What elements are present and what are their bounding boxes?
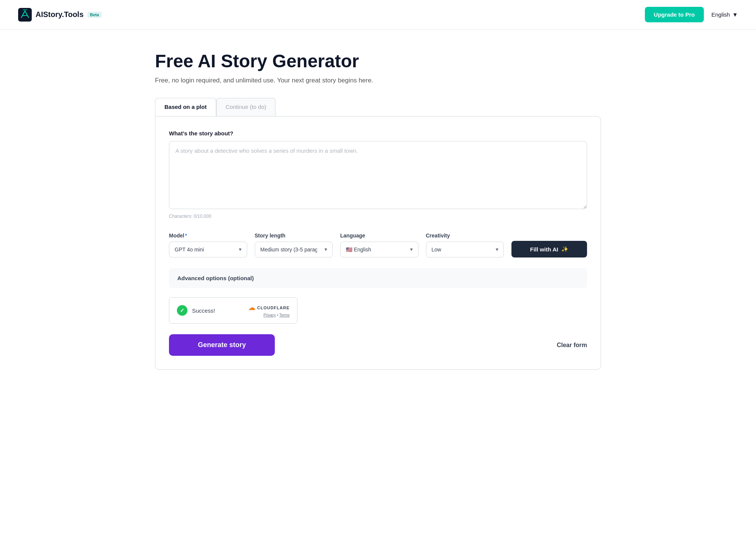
beta-badge: Beta xyxy=(87,12,102,18)
story-textarea[interactable] xyxy=(169,141,587,209)
language-select-wrapper: 🇺🇸 English 🇪🇸 Spanish 🇫🇷 French 🇩🇪 Germa… xyxy=(340,242,418,257)
logo-icon xyxy=(18,8,32,22)
language-group: Language 🇺🇸 English 🇪🇸 Spanish 🇫🇷 French… xyxy=(340,233,418,257)
lang-label: English xyxy=(711,11,730,18)
required-star: * xyxy=(185,233,187,239)
cf-terms-link[interactable]: Terms xyxy=(279,313,290,317)
logo-text: AIStory.Tools xyxy=(36,10,84,19)
creativity-label: Creativity xyxy=(426,233,504,239)
cf-privacy-link[interactable]: Privacy xyxy=(263,313,276,317)
generate-story-button[interactable]: Generate story xyxy=(169,334,275,356)
header: AIStory.Tools Beta Upgrade to Pro Englis… xyxy=(0,0,756,29)
captcha-success-icon: ✓ xyxy=(177,305,187,316)
fill-ai-label: Fill with AI xyxy=(530,246,558,253)
model-group: Model* GPT 4o mini GPT 4o GPT 3.5 turbo … xyxy=(169,233,247,257)
char-count: Characters: 0/10,000 xyxy=(169,214,587,219)
upgrade-button[interactable]: Upgrade to Pro xyxy=(645,7,704,22)
controls-row: Model* GPT 4o mini GPT 4o GPT 3.5 turbo … xyxy=(169,230,587,257)
creativity-group: Creativity Low Medium High ▼ xyxy=(426,233,504,257)
fill-ai-button[interactable]: Fill with AI ✨ xyxy=(511,241,587,257)
main-content: Free AI Story Generator Free, no login r… xyxy=(140,29,616,392)
form-card: What's the story about? Characters: 0/10… xyxy=(155,116,601,370)
captcha-left: ✓ Success! xyxy=(177,305,215,316)
model-select-wrapper: GPT 4o mini GPT 4o GPT 3.5 turbo ▼ xyxy=(169,242,247,257)
cf-separator: • xyxy=(277,313,279,317)
fill-ai-icon: ✨ xyxy=(561,246,569,253)
tab-plot[interactable]: Based on a plot xyxy=(155,98,216,116)
page-title: Free AI Story Generator xyxy=(155,51,601,71)
language-label: Language xyxy=(340,233,418,239)
tabs-row: Based on a plot Continue (to do) xyxy=(155,98,601,116)
advanced-options[interactable]: Advanced options (optional) xyxy=(169,268,587,288)
story-field-label: What's the story about? xyxy=(169,130,587,136)
captcha-success-text: Success! xyxy=(192,307,215,314)
header-right: Upgrade to Pro English ▼ xyxy=(645,7,738,22)
fill-ai-group: Fill with AI ✨ xyxy=(511,230,587,257)
page-subtitle: Free, no login required, and unlimited u… xyxy=(155,77,601,84)
language-select[interactable]: 🇺🇸 English 🇪🇸 Spanish 🇫🇷 French 🇩🇪 Germa… xyxy=(340,242,418,257)
cloudflare-cloud-icon: ☁ xyxy=(248,304,256,312)
cloudflare-label: CLOUDFLARE xyxy=(257,306,290,310)
captcha-box: ✓ Success! ☁ CLOUDFLARE Privacy • Terms xyxy=(169,297,297,324)
clear-form-button[interactable]: Clear form xyxy=(557,342,587,349)
tab-continue[interactable]: Continue (to do) xyxy=(216,98,276,116)
model-select[interactable]: GPT 4o mini GPT 4o GPT 3.5 turbo xyxy=(169,242,247,257)
length-label: Story length xyxy=(255,233,333,239)
cloudflare-branding: ☁ CLOUDFLARE Privacy • Terms xyxy=(248,304,290,317)
cloudflare-logo: ☁ CLOUDFLARE xyxy=(248,304,290,312)
bottom-row: Generate story Clear form xyxy=(169,334,587,356)
length-select[interactable]: Short story (1-2 paragraphs) Medium stor… xyxy=(255,242,333,257)
logo-area: AIStory.Tools Beta xyxy=(18,8,102,22)
creativity-select[interactable]: Low Medium High xyxy=(426,242,504,257)
length-select-wrapper: Short story (1-2 paragraphs) Medium stor… xyxy=(255,242,333,257)
cf-links: Privacy • Terms xyxy=(263,313,290,317)
length-group: Story length Short story (1-2 paragraphs… xyxy=(255,233,333,257)
creativity-select-wrapper: Low Medium High ▼ xyxy=(426,242,504,257)
lang-chevron-icon: ▼ xyxy=(732,11,738,18)
svg-rect-0 xyxy=(18,8,32,22)
language-selector[interactable]: English ▼ xyxy=(711,11,738,18)
model-label: Model* xyxy=(169,233,247,239)
